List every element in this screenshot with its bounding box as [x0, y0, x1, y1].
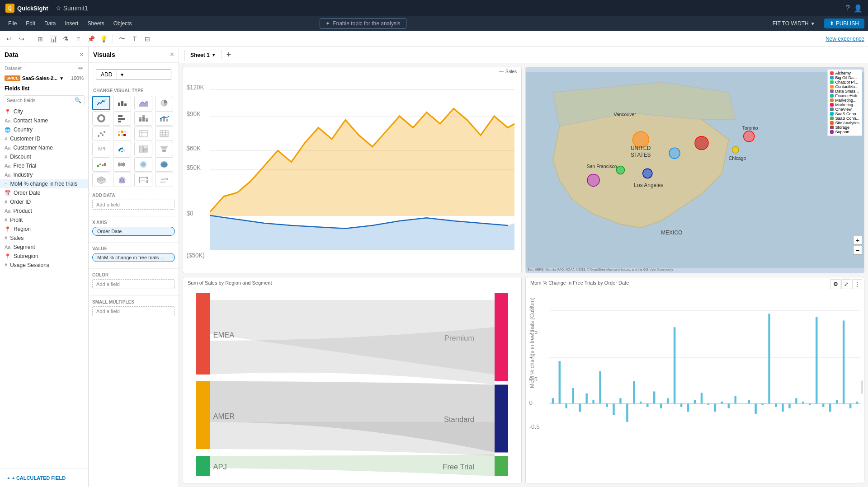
calculated-field-button[interactable]: + + CALCULATED FIELD [7, 475, 66, 481]
visual-pivot-btn[interactable] [134, 126, 152, 141]
x-axis-section: X AXIS Order Date [89, 216, 179, 242]
map-zoom-in-button[interactable]: + [853, 236, 862, 245]
chart-button[interactable]: 📊 [47, 33, 58, 44]
visual-box-plot-btn[interactable] [113, 157, 131, 172]
line-button[interactable]: 〜 [117, 33, 127, 44]
field-country[interactable]: 🌐 Country [0, 125, 88, 134]
redo-button[interactable]: ↪ [16, 33, 27, 44]
app-name: QuickSight [17, 5, 48, 12]
text-button[interactable]: T [129, 33, 140, 44]
sheet-tab-1[interactable]: Sheet 1 ▼ [184, 50, 222, 61]
x-axis-field[interactable]: Order Date [92, 227, 175, 236]
visual-funnel-btn[interactable] [155, 142, 173, 156]
visual-map-btn[interactable] [134, 157, 152, 172]
field-contact-name[interactable]: Aa Contact Name [0, 116, 88, 125]
visual-stacked-bar-btn[interactable] [134, 111, 152, 126]
svg-text:MEXICO: MEXICO [661, 229, 682, 236]
visual-combo-btn[interactable] [155, 111, 173, 126]
visual-filled-map-btn[interactable] [155, 157, 173, 172]
field-region[interactable]: 📍 Region [0, 225, 88, 234]
value-field[interactable]: MoM % change in free trials ... [92, 253, 175, 262]
mom-chart-card[interactable]: Mom % Change In Free Trials by Order Dat… [525, 277, 864, 483]
color-section: COLOR Add a field [89, 268, 179, 295]
field-discount[interactable]: # Discount [0, 152, 88, 161]
visual-bar-vert-btn[interactable] [113, 96, 131, 110]
publish-button[interactable]: ⬆ PUBLISH [824, 19, 864, 28]
field-usage-sessions[interactable]: # Usage Sessions [0, 261, 88, 270]
visual-donut-btn[interactable] [92, 111, 110, 126]
add-sheet-button[interactable]: + [224, 50, 234, 60]
table-button[interactable]: ⊞ [35, 33, 46, 44]
visual-3d-btn[interactable] [92, 173, 110, 187]
visual-line-chart-btn[interactable] [92, 96, 110, 110]
visual-area-btn[interactable] [134, 96, 152, 110]
map-zoom-out-button[interactable]: − [853, 246, 862, 255]
field-ind-icon: Aa [5, 172, 10, 178]
chart-resize-handle[interactable] [861, 380, 863, 394]
menu-sheets[interactable]: Sheets [83, 19, 108, 28]
field-city[interactable]: 📍 City [0, 107, 88, 116]
field-customer-id[interactable]: # Customer ID [0, 134, 88, 143]
svg-point-22 [104, 131, 105, 133]
publish-icon: ⬆ [830, 20, 834, 27]
field-free-trial[interactable]: Aa Free Trial [0, 161, 88, 170]
menu-objects[interactable]: Objects [109, 19, 137, 28]
color-field-drop[interactable]: Add a field [92, 279, 175, 289]
visual-pie-btn[interactable] [155, 96, 173, 110]
fit-width-button[interactable]: FIT TO WIDTH ▼ [773, 20, 815, 27]
field-order-id[interactable]: # Order ID [0, 197, 88, 206]
visual-heat-map-btn[interactable] [113, 126, 131, 141]
dataset-name[interactable]: SaaS-Sales-2... [22, 75, 57, 81]
small-multiples-field-drop[interactable]: Add a field [92, 306, 175, 316]
field-order-date[interactable]: 📅 Order Date [0, 188, 88, 197]
field-mom-change[interactable]: ~ MoM % change in free trials [0, 179, 88, 188]
chart-expand-button[interactable]: ⤢ [841, 279, 851, 289]
menu-data[interactable]: Data [40, 19, 60, 28]
enable-topic-button[interactable]: ✦ Enable topic for the analysis [320, 18, 406, 29]
insight-button[interactable]: 💡 [98, 33, 109, 44]
pin-button[interactable]: 📌 [85, 33, 96, 44]
undo-button[interactable]: ↩ [4, 33, 14, 44]
visual-kpi-btn[interactable]: KPI [92, 142, 110, 156]
add-button[interactable]: ADD ▼ [96, 69, 171, 80]
field-subregion[interactable]: 📍 Subregion [0, 252, 88, 261]
field-sales[interactable]: # Sales [0, 234, 88, 243]
menu-file[interactable]: File [4, 19, 21, 28]
sankey-chart-card[interactable]: Sum of Sales by Region and Segment EMEA … [183, 277, 522, 483]
field-product[interactable]: Aa Product [0, 206, 88, 215]
visual-waterfall-btn[interactable] [92, 157, 110, 172]
map-chart-card[interactable]: Los Angeles San Francisco Chicago Toront… [525, 67, 864, 273]
chevron-icon: ▼ [59, 76, 64, 81]
visual-scatter-btn[interactable] [92, 126, 110, 141]
visuals-panel-close-button[interactable]: × [170, 51, 174, 59]
new-experience-link[interactable]: New experience [826, 36, 864, 42]
visual-gauge-btn[interactable] [113, 142, 131, 156]
field-customer-name[interactable]: Aa Customer Name [0, 143, 88, 152]
field-industry[interactable]: Aa Industry [0, 170, 88, 179]
left-panel-close-button[interactable]: × [80, 51, 84, 59]
visual-word-cloud-btn[interactable]: wordcloud [155, 173, 173, 187]
menu-insert[interactable]: Insert [60, 19, 83, 28]
visual-table-btn[interactable] [155, 126, 173, 141]
field-us-icon: # [5, 262, 7, 268]
value-label: VALUE [92, 246, 175, 251]
svg-rect-47 [102, 164, 104, 166]
chart-settings-button[interactable]: ⚙ [830, 279, 840, 289]
menu-edit[interactable]: Edit [21, 19, 40, 28]
visual-horiz-bar-btn[interactable] [113, 111, 131, 126]
image-button[interactable]: ⊟ [142, 33, 153, 44]
svg-point-79 [669, 148, 680, 159]
param-button[interactable]: ≡ [73, 33, 84, 44]
add-data-field-drop[interactable]: Add a field [92, 200, 175, 210]
field-profit[interactable]: # Profit [0, 215, 88, 225]
field-segment[interactable]: Aa Segment [0, 243, 88, 252]
visual-radar-btn[interactable] [113, 173, 131, 187]
dataset-row: Dataset ✏ [0, 63, 88, 74]
line-chart-card[interactable]: Sales $120K $90K $60K $50K $0 ($50K) [183, 67, 522, 273]
visual-treemap-btn[interactable] [134, 142, 152, 156]
search-fields-input[interactable] [7, 98, 73, 103]
filter-button[interactable]: ⚗ [60, 33, 71, 44]
chart-more-button[interactable]: ⋮ [852, 279, 862, 289]
visual-sankey-btn[interactable] [134, 173, 152, 187]
field-reg-icon: 📍 [5, 226, 11, 232]
